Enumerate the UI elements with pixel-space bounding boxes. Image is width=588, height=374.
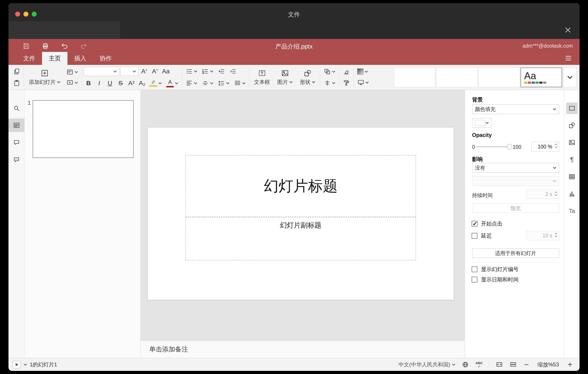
- background-fill-select[interactable]: 颜色填充: [472, 104, 559, 114]
- sidebar-chat-button[interactable]: [9, 154, 25, 166]
- duration-input[interactable]: 2 s: [526, 190, 559, 199]
- italic-button[interactable]: I: [94, 79, 104, 87]
- panel-divider: [469, 263, 559, 263]
- insert-image-button[interactable]: 图片: [274, 68, 295, 87]
- language-selector[interactable]: 中文(中华人民共和国): [398, 361, 455, 368]
- align-shape-button[interactable]: [322, 78, 337, 88]
- hamburger-menu-icon[interactable]: [564, 54, 573, 63]
- copy-button[interactable]: [12, 67, 22, 76]
- theme-thumbnail-2[interactable]: [436, 67, 478, 87]
- delay-input[interactable]: 10 s: [526, 231, 559, 240]
- spinner-arrows[interactable]: [555, 191, 557, 196]
- textart-settings-button[interactable]: Ta: [566, 205, 578, 217]
- increase-font-button[interactable]: A˄: [140, 67, 149, 75]
- fit-slide-button[interactable]: [495, 361, 503, 368]
- copy-style-button[interactable]: [341, 78, 351, 88]
- effect-variant-select[interactable]: [472, 176, 559, 186]
- decrease-font-button[interactable]: A˅: [150, 67, 160, 75]
- decrease-indent-button[interactable]: [216, 67, 227, 76]
- show-date-time-checkbox[interactable]: [472, 277, 477, 283]
- sidebar-comments-button[interactable]: [9, 136, 25, 149]
- underline-button[interactable]: U: [105, 79, 115, 87]
- highlight-color-button[interactable]: [148, 79, 163, 88]
- shape-icon: [304, 69, 312, 77]
- subtitle-placeholder[interactable]: 幻灯片副标题: [185, 217, 416, 260]
- horizontal-align-button[interactable]: [184, 79, 199, 88]
- opacity-input[interactable]: 100 %: [532, 142, 559, 152]
- apply-to-all-slides-button[interactable]: 适用于所有幻灯片: [472, 249, 559, 258]
- title-placeholder[interactable]: 幻灯片标题: [185, 155, 416, 217]
- spellcheck-button[interactable]: ABC: [475, 361, 483, 368]
- theme-thumbnail-selected[interactable]: Aa: [521, 67, 562, 87]
- theme-thumbnail-1[interactable]: [394, 67, 435, 87]
- shape-settings-button[interactable]: [566, 120, 578, 131]
- sidebar-slides-button[interactable]: [9, 119, 25, 132]
- theme-thumbnail-3[interactable]: [478, 67, 520, 87]
- slide-thumbnail[interactable]: [33, 100, 134, 158]
- slide-canvas[interactable]: 幻灯片标题 幻灯片副标题: [141, 90, 465, 341]
- chevron-down-icon: [289, 81, 293, 83]
- show-date-time-row[interactable]: 显示日期和时间: [472, 276, 518, 283]
- opacity-slider[interactable]: [476, 146, 510, 147]
- zoom-in-button[interactable]: +: [567, 361, 573, 369]
- vertical-align-button[interactable]: [200, 79, 215, 88]
- effect-select[interactable]: 没有: [472, 163, 559, 173]
- tab-insert[interactable]: 插入: [67, 52, 93, 65]
- shape-fill-button[interactable]: [356, 67, 370, 76]
- font-name-select[interactable]: [84, 67, 119, 76]
- slide-layout-button[interactable]: [65, 67, 80, 77]
- document-language-button[interactable]: [462, 361, 469, 368]
- tab-file[interactable]: 文件: [17, 52, 42, 65]
- tab-collaboration[interactable]: 协作: [93, 52, 118, 65]
- start-slideshow-status-button[interactable]: [12, 361, 21, 368]
- delay-row[interactable]: 延迟: [472, 232, 492, 239]
- columns-button[interactable]: [232, 79, 247, 88]
- slide-settings-button[interactable]: [566, 102, 578, 114]
- show-slide-number-row[interactable]: 显示幻灯片编号: [472, 266, 518, 273]
- subscript-button[interactable]: A₂: [137, 79, 147, 87]
- start-on-click-checkbox[interactable]: [472, 221, 477, 227]
- fit-width-button[interactable]: [509, 361, 517, 368]
- paste-button[interactable]: [12, 78, 22, 88]
- show-slide-number-checkbox[interactable]: [472, 266, 477, 272]
- preview-button[interactable]: 预览: [472, 204, 559, 213]
- clear-style-button[interactable]: [341, 67, 351, 76]
- superscript-button[interactable]: A²: [127, 79, 136, 87]
- arrange-shape-button[interactable]: [322, 67, 337, 76]
- numbering-button[interactable]: [200, 67, 215, 76]
- insert-shape-button[interactable]: 形状: [297, 68, 318, 87]
- notes-area[interactable]: 单击添加备注: [141, 341, 465, 358]
- strikethrough-button[interactable]: S: [116, 79, 125, 87]
- spinner-arrows[interactable]: [555, 233, 557, 237]
- font-size-select[interactable]: [120, 67, 138, 76]
- increase-indent-button[interactable]: [228, 67, 238, 76]
- start-on-click-row[interactable]: 开始点击: [472, 220, 503, 227]
- spinner-arrows[interactable]: [555, 143, 557, 148]
- font-color-bar: [166, 86, 174, 88]
- slide[interactable]: 幻灯片标题 幻灯片副标题: [147, 127, 454, 300]
- table-settings-button[interactable]: [566, 171, 578, 183]
- theme-gallery-expand-button[interactable]: [563, 67, 576, 87]
- paragraph-settings-button[interactable]: ¶: [566, 154, 578, 165]
- slide-size-button[interactable]: [356, 78, 370, 87]
- insert-textbox-button[interactable]: 文本框: [251, 68, 273, 87]
- effect-label: 影响: [472, 156, 483, 163]
- sidebar-search-button[interactable]: [9, 102, 25, 115]
- delay-checkbox[interactable]: [472, 233, 477, 239]
- line-spacing-button[interactable]: [216, 79, 231, 88]
- close-icon[interactable]: [563, 25, 572, 34]
- zoom-out-button[interactable]: −: [523, 361, 530, 369]
- start-slideshow-button[interactable]: [65, 78, 80, 87]
- change-case-button[interactable]: Aa: [161, 67, 170, 75]
- align-shape-icon: [324, 79, 331, 87]
- background-color-select[interactable]: [472, 118, 492, 128]
- add-slide-button[interactable]: 添加幻灯片: [26, 68, 63, 87]
- bold-button[interactable]: B: [84, 79, 93, 87]
- chart-settings-button[interactable]: [566, 188, 578, 199]
- image-settings-button[interactable]: [566, 137, 578, 148]
- bullets-button[interactable]: [184, 67, 199, 76]
- font-color-button[interactable]: A: [165, 78, 180, 88]
- opacity-slider-knob[interactable]: [507, 144, 512, 149]
- chevron-down-icon: [242, 82, 245, 84]
- tab-home[interactable]: 主页: [42, 52, 67, 65]
